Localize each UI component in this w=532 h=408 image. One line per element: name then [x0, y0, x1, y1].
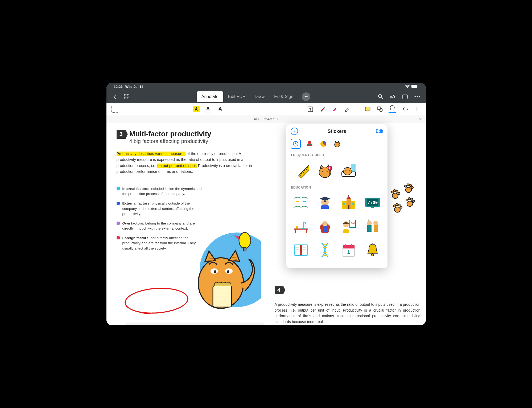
sticker-superhero[interactable] — [314, 216, 336, 237]
svg-point-14 — [368, 109, 368, 109]
svg-point-45 — [392, 193, 398, 198]
main-toolbar: Annotate Edit PDF Draw Fill & Sign + AA — [106, 90, 426, 103]
marker-tool[interactable] — [331, 105, 339, 113]
reader-view-button[interactable] — [402, 93, 408, 100]
bullet-icon — [117, 187, 120, 190]
sticker-dna[interactable] — [314, 240, 336, 261]
underline-tool[interactable]: A — [204, 105, 212, 113]
selection-tool[interactable] — [111, 106, 118, 113]
undo-button[interactable] — [402, 105, 409, 113]
page-subtitle: 4 big factors affecting productivity — [129, 138, 211, 144]
sticker-desk[interactable] — [291, 216, 312, 237]
highlight-tool[interactable]: A — [193, 106, 200, 112]
svg-point-116 — [367, 221, 372, 226]
svg-rect-119 — [374, 225, 378, 232]
svg-point-124 — [301, 247, 302, 247]
svg-point-67 — [336, 144, 336, 145]
sticker-graduate[interactable] — [314, 192, 336, 213]
tab-fill-sign[interactable]: Fill & Sign — [269, 91, 298, 102]
category-recent[interactable] — [291, 139, 301, 149]
svg-point-8 — [417, 96, 418, 97]
more-button[interactable] — [414, 93, 420, 100]
svg-point-78 — [327, 171, 328, 172]
bullet-icon — [117, 202, 120, 205]
category-cats[interactable] — [332, 139, 342, 149]
svg-text:1: 1 — [347, 249, 350, 255]
education-grid: 7:00 +1! ! 1 — [286, 192, 387, 265]
svg-point-53 — [411, 198, 413, 200]
add-sticker-pack-button[interactable]: + — [291, 128, 298, 135]
list-item: Own factors: belong to the company and a… — [117, 221, 202, 231]
svg-rect-118 — [367, 225, 372, 232]
category-business[interactable] — [318, 139, 328, 149]
tab-annotate[interactable]: Annotate — [197, 91, 223, 102]
svg-rect-1 — [418, 85, 418, 87]
eraser-tool[interactable] — [343, 105, 351, 113]
svg-rect-142 — [372, 243, 373, 245]
svg-point-44 — [411, 186, 413, 189]
add-tab-button[interactable]: + — [302, 92, 310, 101]
sticker-notebook[interactable] — [291, 240, 312, 261]
annotation-toolbar: A A A T — [106, 103, 426, 115]
edit-stickers-button[interactable]: Edit — [376, 129, 383, 134]
svg-rect-104 — [294, 229, 308, 230]
svg-point-108 — [302, 228, 305, 229]
sticker-category-tabs — [286, 137, 387, 152]
sticker-calendar[interactable]: 1 — [338, 240, 360, 261]
oval-annotation[interactable] — [123, 286, 189, 316]
svg-point-54 — [413, 200, 415, 202]
text-size-button[interactable]: AA — [390, 93, 396, 100]
category-education[interactable] — [304, 139, 315, 149]
svg-point-48 — [396, 190, 398, 192]
svg-point-47 — [394, 190, 396, 192]
note-tool[interactable] — [364, 105, 372, 113]
stickers-popover: + Stickers Edit FREQUENTLY USED — [286, 124, 387, 268]
sticker-teacher[interactable]: +1! — [338, 216, 360, 237]
svg-point-126 — [301, 251, 302, 252]
pen-tool[interactable] — [319, 105, 326, 113]
grid-view-button[interactable] — [123, 93, 130, 100]
section-education: EDUCATION — [286, 185, 387, 192]
svg-point-17 — [379, 108, 382, 112]
divider — [117, 181, 260, 181]
svg-rect-20 — [244, 247, 246, 251]
sticker-open-book[interactable] — [291, 192, 312, 213]
svg-text:+1!: +1! — [350, 221, 355, 224]
sticker-cat-bath[interactable] — [338, 160, 360, 181]
svg-point-127 — [301, 253, 302, 254]
redo-button[interactable] — [414, 105, 421, 113]
frequently-used-grid — [286, 160, 387, 185]
stamp-tool[interactable] — [389, 105, 396, 113]
svg-rect-64 — [309, 141, 310, 141]
sticker-bell[interactable] — [362, 240, 383, 261]
svg-point-6 — [378, 95, 382, 98]
sticker-school[interactable] — [338, 192, 360, 213]
svg-point-15 — [369, 109, 369, 109]
close-doc-button[interactable]: ✕ — [419, 117, 422, 122]
sticker-alarm-clock[interactable]: 7:00 — [362, 192, 383, 213]
cat-sticker[interactable] — [189, 230, 261, 318]
bullet-icon — [117, 222, 120, 225]
strikethrough-tool[interactable]: A — [217, 105, 224, 113]
highlight-2: output per unit of input. — [157, 164, 197, 168]
back-button[interactable] — [112, 93, 118, 100]
sticker-students[interactable]: ! — [362, 216, 383, 237]
svg-point-41 — [405, 185, 407, 187]
svg-point-49 — [398, 192, 400, 194]
svg-point-86 — [343, 169, 345, 170]
sticker-ruler[interactable] — [291, 160, 312, 181]
bullet-icon — [117, 236, 120, 239]
svg-point-141 — [372, 254, 374, 256]
shape-tool[interactable] — [376, 105, 384, 113]
sticker-cat-lollipop[interactable] — [314, 160, 336, 181]
search-button[interactable] — [377, 93, 384, 100]
tab-edit-pdf[interactable]: Edit PDF — [223, 91, 250, 102]
status-date: Wed Jul 14 — [125, 85, 143, 89]
text-box-tool[interactable]: T — [307, 105, 314, 113]
wifi-icon — [405, 84, 410, 89]
tab-draw[interactable]: Draw — [250, 91, 269, 102]
svg-point-85 — [349, 170, 350, 171]
svg-rect-123 — [300, 245, 302, 255]
svg-point-42 — [407, 184, 409, 186]
svg-point-87 — [351, 168, 353, 170]
